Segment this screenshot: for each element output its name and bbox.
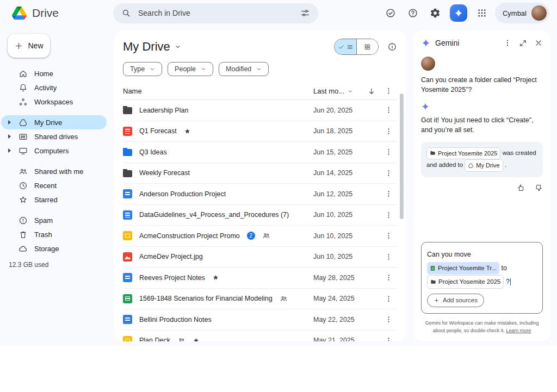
expand-arrow-icon[interactable] bbox=[7, 134, 12, 139]
more-options-icon[interactable] bbox=[385, 232, 393, 240]
gemini-button[interactable] bbox=[450, 4, 467, 22]
sidebar-item-label: Shared drives bbox=[34, 133, 78, 141]
file-row[interactable]: Weekly Forecast Jun 14, 2025 bbox=[123, 163, 397, 184]
expand-panel-icon[interactable] bbox=[519, 39, 527, 47]
more-options-icon[interactable] bbox=[385, 169, 393, 177]
filter-people[interactable]: People bbox=[168, 62, 213, 76]
settings-button[interactable] bbox=[426, 4, 444, 22]
help-button[interactable] bbox=[404, 4, 422, 22]
file-modified-date: May 24, 2025 bbox=[313, 295, 366, 302]
avatar[interactable] bbox=[531, 5, 547, 21]
add-sources-button[interactable]: Add sources bbox=[427, 294, 484, 307]
spam-icon bbox=[18, 216, 28, 225]
sidebar-item-storage[interactable]: Storage bbox=[1, 241, 107, 256]
more-options-icon[interactable] bbox=[385, 295, 393, 303]
file-row[interactable]: AcmeConstruction Project Promo 2 Jun 10,… bbox=[123, 226, 397, 247]
more-options-icon[interactable] bbox=[385, 337, 393, 341]
file-row[interactable]: Anderson Production Project Jun 12, 2025 bbox=[123, 184, 397, 205]
my-drive-chip[interactable]: My Drive bbox=[465, 159, 503, 172]
chevron-down-icon bbox=[255, 65, 263, 73]
pdf-icon bbox=[123, 127, 132, 136]
file-modified-date: Jun 12, 2025 bbox=[313, 190, 366, 198]
sort-direction-icon[interactable] bbox=[367, 87, 376, 96]
file-row[interactable]: Q1 Forecast Jun 18, 2025 bbox=[123, 121, 397, 142]
grid-view-button[interactable] bbox=[356, 39, 378, 54]
more-options-icon[interactable] bbox=[385, 106, 393, 114]
more-options-icon[interactable] bbox=[385, 211, 393, 219]
doc-icon bbox=[123, 210, 132, 220]
drive-brand[interactable]: Drive bbox=[12, 7, 113, 20]
file-name: Weekly Forecast bbox=[139, 169, 190, 177]
folder-icon bbox=[123, 107, 132, 114]
sheet-icon bbox=[430, 265, 436, 271]
file-row[interactable]: Leadership Plan Jun 20, 2025 bbox=[123, 100, 397, 121]
file-row[interactable]: DataGuidelines_v4_Process_and_Procedures… bbox=[123, 205, 397, 226]
account-menu[interactable]: Cymbal bbox=[495, 3, 549, 23]
gemini-prompt-input[interactable]: Can you move Project Yosemite Tr... to P… bbox=[421, 242, 543, 314]
more-options-icon[interactable] bbox=[385, 190, 393, 198]
search-options-icon[interactable] bbox=[300, 8, 310, 18]
more-options-icon[interactable] bbox=[385, 87, 393, 95]
file-row[interactable]: Plan Deck May 21, 2025 bbox=[123, 331, 397, 342]
filter-type[interactable]: Type bbox=[123, 62, 162, 76]
more-options-icon[interactable] bbox=[385, 253, 393, 261]
close-icon[interactable] bbox=[534, 39, 543, 47]
sidebar-item-recent[interactable]: Recent bbox=[1, 178, 107, 192]
learn-more-link[interactable]: Learn more bbox=[506, 328, 531, 333]
sidebar-item-trash[interactable]: Trash bbox=[1, 227, 107, 241]
created-folder-chip[interactable]: Project Yosemite 2025 bbox=[426, 147, 500, 160]
star-icon bbox=[18, 195, 28, 204]
file-chip[interactable]: Project Yosemite Tr... bbox=[427, 262, 499, 275]
thumbs-down-icon[interactable] bbox=[535, 184, 543, 192]
sidebar-item-home[interactable]: Home bbox=[1, 66, 107, 80]
sheet-icon bbox=[123, 294, 132, 303]
sidebar-item-workspaces[interactable]: Workspaces bbox=[1, 95, 107, 109]
title-dropdown-icon[interactable] bbox=[174, 42, 182, 51]
sidebar-item-computers[interactable]: Computers bbox=[1, 144, 107, 158]
google-apps-button[interactable] bbox=[473, 4, 491, 22]
chevron-down-icon bbox=[200, 65, 207, 73]
chevron-down-icon bbox=[346, 88, 354, 95]
more-options-icon[interactable] bbox=[503, 39, 512, 47]
more-options-icon[interactable] bbox=[385, 315, 393, 323]
expand-arrow-icon[interactable] bbox=[7, 148, 12, 153]
search-input[interactable]: Search in Drive bbox=[113, 3, 318, 23]
folder-icon bbox=[430, 279, 436, 285]
folder-chip[interactable]: Project Yosemite 2025 bbox=[427, 275, 504, 289]
column-name[interactable]: Name bbox=[123, 87, 313, 95]
column-last-modified[interactable]: Last mo... bbox=[313, 87, 366, 95]
sidebar-item-spam[interactable]: Spam bbox=[1, 213, 107, 227]
offline-status-button[interactable] bbox=[381, 4, 400, 22]
more-options-icon[interactable] bbox=[385, 127, 393, 135]
file-row[interactable]: AcmeDev Project.jpg Jun 10, 2025 bbox=[123, 247, 397, 268]
file-row[interactable]: Q3 Ideas Jun 15, 2025 bbox=[123, 142, 397, 163]
scrollbar-thumb[interactable] bbox=[400, 94, 404, 219]
sidebar-item-my-drive[interactable]: My Drive bbox=[1, 115, 107, 129]
sidebar-item-shared-with-me[interactable]: Shared with me bbox=[1, 164, 107, 178]
star-icon bbox=[184, 128, 191, 135]
file-row[interactable]: 1569-1848 Scenarios for Financial Modeli… bbox=[123, 289, 397, 310]
comment-count-badge: 2 bbox=[247, 232, 255, 240]
new-button[interactable]: New bbox=[8, 34, 50, 58]
file-name: DataGuidelines_v4_Process_and_Procedures… bbox=[139, 211, 289, 219]
more-options-icon[interactable] bbox=[385, 148, 393, 156]
details-info-icon[interactable] bbox=[387, 42, 397, 52]
file-row[interactable]: Bellini Production Notes May 22, 2025 bbox=[123, 309, 397, 331]
file-name: Leadership Plan bbox=[139, 107, 188, 114]
filter-modified[interactable]: Modified bbox=[219, 62, 269, 76]
sidebar-item-starred[interactable]: Starred bbox=[1, 192, 107, 207]
drive-icon bbox=[18, 118, 28, 127]
doc-icon bbox=[123, 315, 132, 324]
topbar: Drive Search in Drive Cymbal bbox=[0, 0, 557, 26]
file-modified-date: Jun 10, 2025 bbox=[313, 253, 366, 260]
file-row[interactable]: Reeves Project Notes May 28, 2025 bbox=[123, 267, 397, 289]
sidebar-item-shared-drives[interactable]: Shared drives bbox=[1, 129, 107, 144]
thumbs-up-icon[interactable] bbox=[517, 184, 525, 192]
list-view-button[interactable] bbox=[335, 39, 356, 54]
more-options-icon[interactable] bbox=[385, 273, 393, 282]
workspaces-icon bbox=[18, 97, 28, 107]
sidebar-item-activity[interactable]: Activity bbox=[1, 80, 107, 95]
file-name: Anderson Production Project bbox=[139, 190, 226, 198]
file-modified-date: May 22, 2025 bbox=[313, 316, 366, 323]
expand-arrow-icon[interactable] bbox=[7, 120, 12, 125]
